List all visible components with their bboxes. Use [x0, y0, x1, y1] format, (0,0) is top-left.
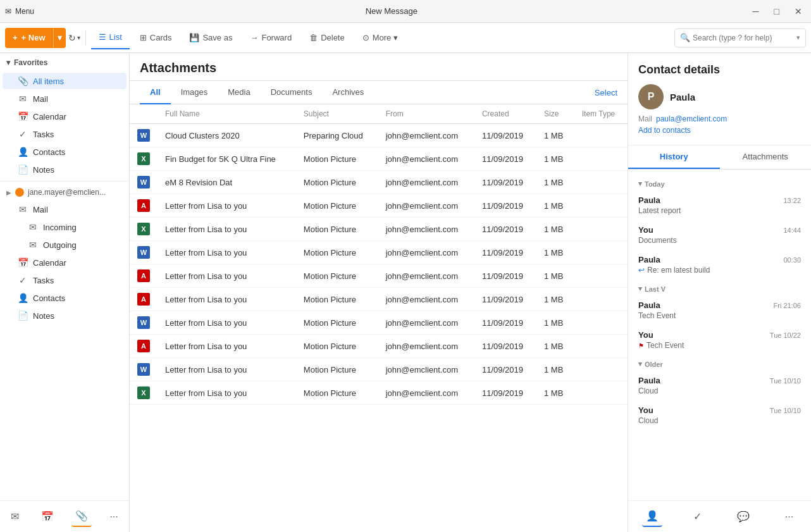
file-icon-cell: W	[130, 171, 158, 194]
bottom-attachments-button[interactable]: 📎	[71, 506, 92, 527]
tab-cards[interactable]: ⊞ Cards	[132, 27, 180, 49]
favorites-section[interactable]: ▾ Favorites	[0, 53, 129, 72]
panel-tab-history[interactable]: History	[628, 145, 720, 169]
sidebar-item-contacts2[interactable]: 👤 Contacts	[3, 290, 127, 306]
sidebar-item-mail2[interactable]: ✉ Mail	[3, 201, 127, 218]
col-fullname[interactable]: Full Name	[158, 104, 296, 124]
col-size[interactable]: Size	[536, 104, 574, 124]
table-row[interactable]: X Letter from Lisa to you Motion Picture…	[130, 381, 628, 405]
select-button[interactable]: Select	[595, 88, 617, 97]
filter-media[interactable]: Media	[218, 81, 260, 104]
col-from[interactable]: From	[378, 104, 474, 124]
table-row[interactable]: W eM 8 Revision Dat Motion Picture john@…	[130, 171, 628, 194]
paperclip-icon: 📎	[18, 76, 28, 86]
filter-archives[interactable]: Archives	[322, 81, 374, 104]
cell-itemtype	[574, 358, 628, 381]
history-item[interactable]: Paula 00:30 ↩ Re: em latest build	[628, 250, 811, 280]
history-item[interactable]: You Tue 10/10 Cloud	[628, 400, 811, 430]
history-item[interactable]: You Tue 10/22 ⚑ Tech Event	[628, 325, 811, 355]
file-icon-cell: A	[130, 335, 158, 358]
filter-all[interactable]: All	[140, 81, 171, 104]
notes2-label: Notes	[33, 311, 54, 321]
cell-from: john@emclient.com	[378, 335, 474, 358]
table-row[interactable]: X Fin Budget for 5K Q Ultra Fine Motion …	[130, 147, 628, 171]
add-to-contacts-link[interactable]: Add to contacts	[638, 126, 801, 135]
outgoing-label: Outgoing	[43, 240, 77, 250]
panel-more-button[interactable]: ···	[781, 507, 797, 526]
table-row[interactable]: W Cloud Clusters 2020 Preparing Cloud jo…	[130, 124, 628, 147]
cell-created: 11/09/2019	[474, 147, 536, 171]
history-item[interactable]: You 14:44 Documents	[628, 220, 811, 250]
cell-itemtype	[574, 171, 628, 194]
cell-created: 11/09/2019	[474, 194, 536, 218]
col-created[interactable]: Created	[474, 104, 536, 124]
tab-delete[interactable]: 🗑 Delete	[302, 27, 352, 49]
history-item[interactable]: Paula Tue 10/10 Cloud	[628, 371, 811, 400]
history-item[interactable]: Paula Fri 21:06 Tech Event	[628, 295, 811, 325]
table-row[interactable]: A Letter from Lisa to you Motion Picture…	[130, 335, 628, 358]
panel-contact-button[interactable]: 👤	[642, 506, 662, 527]
refresh-button[interactable]: ↻ ▾	[68, 33, 80, 43]
maximize-button[interactable]: □	[771, 5, 783, 18]
filter-documents[interactable]: Documents	[261, 81, 323, 104]
tab-saveas[interactable]: 💾 Save as	[182, 27, 240, 49]
panel-chat-button[interactable]: 💬	[733, 507, 753, 526]
history-item-header: You 14:44	[638, 225, 801, 235]
cell-subject: Motion Picture	[296, 194, 378, 218]
panel-tab-attachments[interactable]: Attachments	[720, 145, 812, 169]
sidebar-item-calendar2[interactable]: 📅 Calendar	[3, 254, 127, 271]
history-item[interactable]: Paula 13:22 Latest report	[628, 190, 811, 220]
col-subject[interactable]: Subject	[296, 104, 378, 124]
search-input[interactable]	[693, 34, 794, 42]
close-button[interactable]: ✕	[791, 5, 806, 18]
tasks2-icon: ✓	[18, 275, 28, 285]
new-button[interactable]: + + New ▾	[5, 28, 66, 48]
cell-subject: Motion Picture	[296, 218, 378, 241]
panel-tasks-button[interactable]: ✓	[690, 507, 705, 526]
minimize-button[interactable]: ─	[749, 5, 763, 18]
table-row[interactable]: A Letter from Lisa to you Motion Picture…	[130, 264, 628, 288]
sidebar-item-calendar1[interactable]: 📅 Calendar	[3, 108, 127, 125]
bottom-mail-button[interactable]: ✉	[7, 507, 23, 526]
sidebar-item-tasks2[interactable]: ✓ Tasks	[3, 272, 127, 288]
col-itemtype[interactable]: Item Type	[574, 104, 628, 124]
history-item-name: Paula	[638, 376, 660, 385]
calendar1-label: Calendar	[33, 112, 66, 121]
cell-created: 11/09/2019	[474, 335, 536, 358]
menu-label[interactable]: Menu	[15, 7, 34, 16]
cell-fullname: Letter from Lisa to you	[158, 194, 296, 218]
sidebar-item-incoming[interactable]: ✉ Incoming	[3, 219, 127, 235]
sidebar-item-allitems[interactable]: 📎 All items	[3, 73, 127, 89]
sidebar-item-tasks1[interactable]: ✓ Tasks	[3, 126, 127, 142]
tab-more[interactable]: ⊙ More ▾	[355, 27, 406, 49]
mail-icon: ✉	[18, 94, 28, 104]
filter-images[interactable]: Images	[171, 81, 218, 104]
search-options-icon[interactable]: ▾	[796, 34, 800, 42]
sidebar-item-mail1[interactable]: ✉ Mail	[3, 90, 127, 107]
table-row[interactable]: A Letter from Lisa to you Motion Picture…	[130, 194, 628, 218]
history-item-time: 00:30	[783, 256, 801, 264]
tab-list[interactable]: ☰ List	[91, 27, 130, 49]
table-row[interactable]: W Letter from Lisa to you Motion Picture…	[130, 311, 628, 335]
new-button-arrow[interactable]: ▾	[53, 28, 66, 48]
bottom-more-button[interactable]: ···	[106, 507, 121, 526]
sidebar-item-contacts1[interactable]: 👤 Contacts	[3, 144, 127, 160]
sidebar-item-outgoing[interactable]: ✉ Outgoing	[3, 237, 127, 253]
sidebar-item-notes2[interactable]: 📄 Notes	[3, 307, 127, 324]
history-item-name: You	[638, 330, 653, 340]
table-row[interactable]: A Letter from Lisa to you Motion Picture…	[130, 288, 628, 311]
toolbar: + + New ▾ ↻ ▾ ☰ List ⊞ Cards 💾 Save as →…	[0, 23, 811, 53]
table-row[interactable]: W Letter from Lisa to you Motion Picture…	[130, 241, 628, 264]
sidebar-account[interactable]: ▶ jane.mayer@emclien...	[0, 184, 129, 201]
table-row[interactable]: W Letter from Lisa to you Motion Picture…	[130, 358, 628, 381]
cell-itemtype	[574, 241, 628, 264]
cell-created: 11/09/2019	[474, 358, 536, 381]
sidebar-item-notes1[interactable]: 📄 Notes	[3, 161, 127, 178]
search-box[interactable]: 🔍 ▾	[674, 28, 806, 47]
cell-itemtype	[574, 335, 628, 358]
mail-value[interactable]: paula@emclient.com	[656, 114, 727, 123]
tab-forward[interactable]: → Forward	[242, 27, 299, 49]
table-row[interactable]: X Letter from Lisa to you Motion Picture…	[130, 218, 628, 241]
file-icon-cell: W	[130, 358, 158, 381]
bottom-calendar-button[interactable]: 📅	[37, 507, 58, 526]
